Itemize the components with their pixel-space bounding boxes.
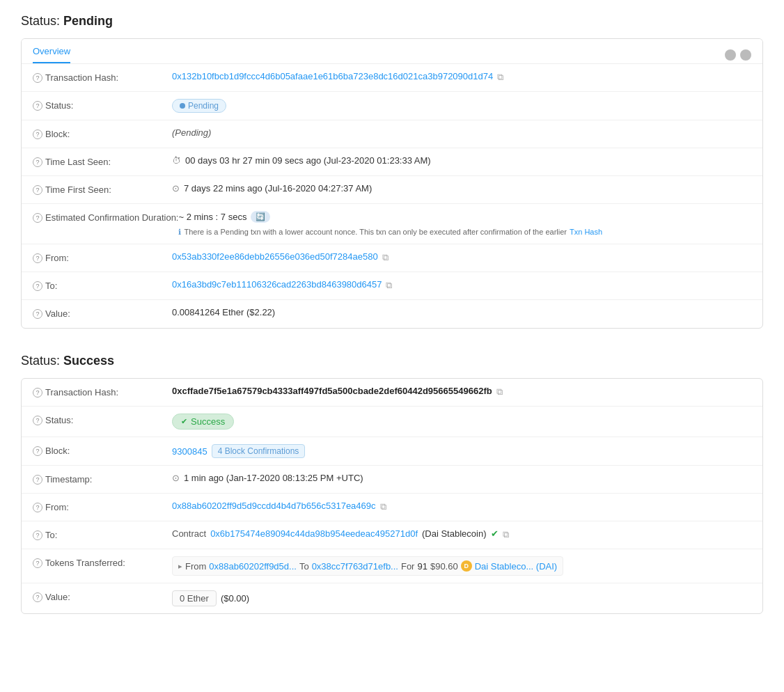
help-icon[interactable]: ? [33, 558, 42, 568]
tab-dot-1 [725, 49, 736, 61]
pending-est-value: ~ 2 mins : 7 secs 🔄 ℹ There is a Pending… [178, 211, 751, 237]
success-tx-hash-row: ? Transaction Hash: 0xcffade7f5e1a67579c… [22, 379, 762, 407]
copy-icon[interactable]: ⧉ [503, 529, 512, 539]
success-status-value: Success [172, 414, 751, 430]
help-icon[interactable]: ? [33, 157, 42, 167]
success-block-label: ? Block: [33, 444, 172, 456]
success-timestamp-row: ? Timestamp: ⊙ 1 min ago (Jan-17-2020 08… [22, 466, 762, 494]
pending-warn-text: ℹ There is a Pending txn with a lower ac… [178, 228, 602, 237]
help-icon[interactable]: ? [33, 129, 42, 139]
success-block-number[interactable]: 9300845 [172, 446, 207, 457]
help-icon[interactable]: ? [33, 475, 42, 485]
transfer-for-label: For [401, 561, 415, 572]
help-icon[interactable]: ? [33, 213, 42, 223]
help-icon[interactable]: ? [33, 253, 42, 263]
help-icon[interactable]: ? [33, 530, 42, 540]
value-ether-box: 0 Ether [172, 590, 217, 606]
pending-block-text: (Pending) [172, 127, 211, 138]
success-value-row: ? Value: 0 Ether ($0.00) [22, 583, 762, 613]
token-name-link[interactable]: Dai Stableco... (DAI) [475, 561, 558, 572]
success-timestamp-value: ⊙ 1 min ago (Jan-17-2020 08:13:25 PM +UT… [172, 473, 751, 483]
pending-to-label: ? To: [33, 279, 172, 291]
success-tx-hash-label: ? Transaction Hash: [33, 386, 172, 398]
pending-time-last-row: ? Time Last Seen: ⏱ 00 days 03 hr 27 min… [22, 148, 762, 176]
pending-tx-hash-value: 0x132b10fbcb1d9fccc4d6b05afaae1e61b6ba72… [172, 71, 751, 81]
success-to-value: Contract 0x6b175474e89094c44da98b954eede… [172, 528, 751, 539]
pending-time-last-label: ? Time Last Seen: [33, 155, 172, 167]
transfer-usd: $90.60 [430, 561, 458, 572]
pending-to-value: 0x16a3bd9c7eb11106326cad2263bd8463980d64… [172, 279, 751, 290]
success-tx-hash-text: 0xcffade7f5e1a67579cb4333aff497fd5a500cb… [172, 386, 492, 396]
pending-time-last-text: 00 days 03 hr 27 min 09 secs ago (Jul-23… [185, 155, 431, 166]
transfer-from-address[interactable]: 0x88ab60202ff9d5d... [209, 561, 297, 572]
copy-icon[interactable]: ⧉ [497, 72, 507, 81]
contract-label-text: Contract [172, 528, 206, 539]
success-block-value: 9300845 4 Block Confirmations [172, 444, 751, 458]
success-timestamp-label: ? Timestamp: [33, 473, 172, 485]
pending-status-row: ? Status: Pending [22, 92, 762, 120]
success-status-row: ? Status: Success [22, 407, 762, 437]
pending-value-value: 0.00841264 Ether ($2.22) [172, 307, 751, 317]
contract-address-link[interactable]: 0x6b175474e89094c44da98b954eedeac495271d… [210, 528, 418, 539]
copy-icon[interactable]: ⧉ [386, 280, 395, 290]
pending-to-link[interactable]: 0x16a3bd9c7eb11106326cad2263bd8463980d64… [172, 279, 382, 290]
help-icon[interactable]: ? [33, 73, 42, 83]
transfer-to-address[interactable]: 0x38cc7f763d71efb... [312, 561, 398, 572]
pending-block-row: ? Block: (Pending) [22, 120, 762, 148]
transfer-arrow-icon: ▸ [178, 562, 182, 571]
success-from-row: ? From: 0x88ab60202ff9d5d9ccdd4b4d7b656c… [22, 494, 762, 521]
info-icon: ℹ [178, 228, 181, 237]
success-tokens-row: ? Tokens Transferred: ▸ From 0x88ab60202… [22, 549, 762, 583]
pending-est-row: ? Estimated Confirmation Duration: ~ 2 m… [22, 204, 762, 244]
pending-from-label: ? From: [33, 251, 172, 263]
help-icon[interactable]: ? [33, 388, 42, 398]
pending-value-text: 0.00841264 Ether ($2.22) [172, 307, 275, 317]
help-icon[interactable]: ? [33, 185, 42, 195]
transfer-to-label: To [299, 561, 309, 572]
pending-tx-hash-link[interactable]: 0x132b10fbcb1d9fccc4d6b05afaae1e61b6ba72… [172, 71, 493, 81]
pending-value-label: ? Value: [33, 307, 172, 319]
help-icon[interactable]: ? [33, 446, 42, 456]
transfer-from-label: From [185, 561, 206, 572]
pending-est-badge: 🔄 [251, 211, 270, 223]
pending-card: Overview ? Transaction Hash: 0x132b10fbc… [21, 38, 763, 329]
overview-tab[interactable]: Overview [33, 46, 70, 63]
block-confirmations-badge: 4 Block Confirmations [212, 444, 306, 458]
success-from-label: ? From: [33, 501, 172, 512]
help-icon[interactable]: ? [33, 592, 42, 602]
help-icon[interactable]: ? [33, 503, 42, 512]
help-icon[interactable]: ? [33, 416, 42, 425]
pending-block-value: (Pending) [172, 127, 751, 138]
pending-from-value: 0x53ab330f2ee86debb26556e036ed50f7284ae5… [172, 251, 751, 262]
pending-time-first-value: ⊙ 7 days 22 mins ago (Jul-16-2020 04:27:… [172, 183, 751, 194]
pending-from-row: ? From: 0x53ab330f2ee86debb26556e036ed50… [22, 244, 762, 272]
help-icon[interactable]: ? [33, 101, 42, 111]
success-tx-hash-value: 0xcffade7f5e1a67579cb4333aff497fd5a500cb… [172, 386, 751, 396]
verified-icon: ✔ [491, 528, 499, 539]
help-icon[interactable]: ? [33, 309, 42, 319]
success-tokens-label: ? Tokens Transferred: [33, 556, 172, 568]
pending-est-time: ~ 2 mins : 7 secs [178, 212, 246, 222]
contract-name-text: (Dai Stablecoin) [422, 528, 487, 539]
dai-token-icon: D [461, 560, 472, 572]
help-icon[interactable]: ? [33, 281, 42, 291]
pending-time-first-label: ? Time First Seen: [33, 183, 172, 195]
pending-est-label: ? Estimated Confirmation Duration: [33, 211, 178, 223]
copy-icon[interactable]: ⧉ [496, 386, 506, 396]
pending-tab-bar: Overview [22, 39, 762, 64]
tab-icon-group [725, 49, 751, 61]
tab-dot-2 [740, 49, 751, 61]
success-block-row: ? Block: 9300845 4 Block Confirmations [22, 437, 762, 466]
copy-icon[interactable]: ⧉ [380, 501, 390, 511]
pending-status-label: ? Status: [33, 99, 172, 111]
success-from-link[interactable]: 0x88ab60202ff9d5d9ccdd4b4d7b656c5317ea46… [172, 501, 376, 511]
success-badge: Success [172, 414, 234, 430]
pending-value-row: ? Value: 0.00841264 Ether ($2.22) [22, 300, 762, 328]
pending-time-last-value: ⏱ 00 days 03 hr 27 min 09 secs ago (Jul-… [172, 155, 751, 166]
copy-icon[interactable]: ⧉ [382, 252, 392, 262]
pending-from-link[interactable]: 0x53ab330f2ee86debb26556e036ed50f7284ae5… [172, 251, 378, 262]
txn-hash-link[interactable]: Txn Hash [570, 228, 602, 236]
success-status-label: ? Status: [33, 414, 172, 425]
success-from-value: 0x88ab60202ff9d5d9ccdd4b4d7b656c5317ea46… [172, 501, 751, 511]
pending-status-value: Pending [172, 99, 751, 113]
